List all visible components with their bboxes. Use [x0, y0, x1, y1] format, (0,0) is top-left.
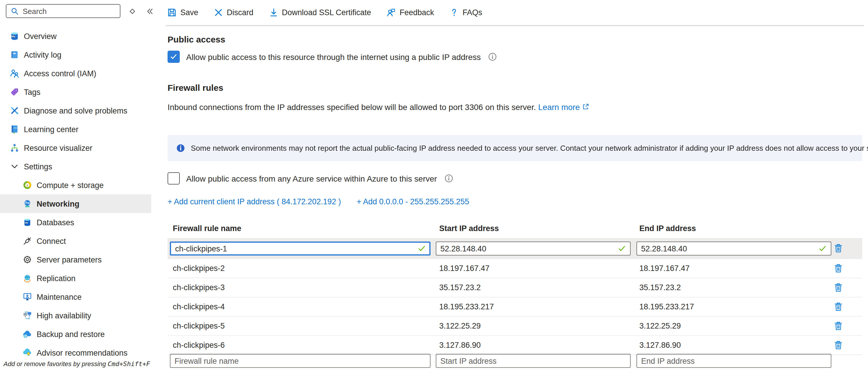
sidebar-item-resource-visualizer[interactable]: Resource visualizer [0, 139, 151, 157]
firewall-table-header: Firewall rule name Start IP address End … [167, 224, 862, 234]
advisor-icon [23, 348, 32, 357]
search-icon [10, 7, 19, 15]
info-banner: Some network environments may not report… [167, 135, 862, 161]
firewall-description: Inbound connections from the IP addresse… [167, 102, 589, 112]
main-content: SaveDiscardDownload SSL CertificateFeedb… [151, 0, 868, 369]
start-ip-input[interactable] [436, 242, 631, 255]
sidebar-item-replication[interactable]: Replication [0, 269, 151, 287]
sidebar-item-label: Replication [37, 274, 75, 283]
rule-name-input[interactable] [170, 242, 431, 255]
rule-end-ip: 3.127.86.90 [639, 341, 681, 349]
discard-icon [214, 8, 223, 17]
compute-storage-icon: $ [23, 180, 32, 190]
public-access-checkbox-row: Allow public access to this resource thr… [167, 51, 497, 63]
feedback-icon [387, 8, 396, 17]
firewall-rule-row: ch-clickpipes-335.157.23.235.157.23.2 [167, 278, 862, 298]
sidebar-item-overview[interactable]: MyOverview [0, 27, 151, 45]
rule-start-ip: 35.157.23.2 [439, 283, 481, 292]
column-header-end-ip: End IP address [639, 224, 696, 233]
delete-rule-icon[interactable] [834, 283, 842, 293]
end-ip-input[interactable] [637, 242, 831, 255]
rule-name: ch-clickpipes-4 [173, 302, 225, 311]
discard-button[interactable]: Discard [214, 8, 254, 17]
public-access-heading: Public access [167, 34, 225, 44]
rule-end-ip: 18.195.233.217 [639, 302, 694, 311]
rule-start-ip: 18.195.233.217 [439, 302, 494, 311]
toolbar-button-label: Feedback [400, 8, 434, 17]
sidebar-item-advisor-recommendations[interactable]: Advisor recommendations [0, 343, 151, 362]
sidebar-item-label: Resource visualizer [24, 144, 93, 152]
sidebar-item-backup-and-restore[interactable]: Backup and restore [0, 325, 151, 343]
add-current-ip-link[interactable]: + Add current client IP address ( 84.172… [167, 197, 341, 206]
sidebar-item-access-control-iam[interactable]: Access control (IAM) [0, 64, 151, 83]
manage-view-button[interactable] [126, 5, 138, 18]
toolbar: SaveDiscardDownload SSL CertificateFeedb… [167, 0, 864, 25]
sidebar-item-settings[interactable]: Settings [0, 157, 151, 176]
sidebar-item-diagnose-and-solve-problems[interactable]: Diagnose and solve problems [0, 101, 151, 120]
sidebar-item-label: Server parameters [37, 255, 102, 264]
sidebar-item-databases[interactable]: DBDatabases [0, 213, 151, 232]
sidebar-item-high-availability[interactable]: High availability [0, 306, 151, 325]
sidebar-item-learning-center[interactable]: 101Learning center [0, 120, 151, 139]
valid-icon [618, 244, 626, 253]
new-start-ip-input[interactable] [436, 354, 631, 368]
sidebar-item-networking[interactable]: Networking [0, 194, 151, 213]
sidebar-item-connect[interactable]: Connect [0, 232, 151, 250]
banner-info-icon [176, 144, 185, 153]
info-icon[interactable] [444, 174, 453, 183]
databases-icon: DB [23, 218, 32, 227]
rule-start-ip: 18.197.167.47 [439, 264, 490, 273]
search-box[interactable] [6, 4, 120, 18]
feedback-button[interactable]: Feedback [387, 8, 434, 17]
sidebar-item-label: Diagnose and solve problems [24, 106, 127, 115]
sidebar-item-tags[interactable]: Tags [0, 83, 151, 101]
svg-text:101: 101 [14, 127, 17, 129]
faqs-button[interactable]: FAQs [450, 8, 482, 17]
sidebar-item-compute-storage[interactable]: $Compute + storage [0, 176, 151, 194]
sidebar-item-server-parameters[interactable]: Server parameters [0, 250, 151, 269]
rule-start-ip: 3.127.86.90 [439, 341, 481, 349]
mysql-overview-icon: My [10, 31, 19, 41]
delete-rule-icon[interactable] [834, 302, 842, 312]
gear-icon [23, 255, 32, 264]
firewall-rule-row: ch-clickpipes-418.195.233.21718.195.233.… [167, 298, 862, 317]
new-end-ip-input[interactable] [637, 354, 831, 368]
activity-log-icon [10, 50, 19, 59]
download-icon [269, 8, 278, 17]
save-button[interactable]: Save [167, 8, 198, 17]
firewall-rules-heading: Firewall rules [167, 83, 223, 93]
public-access-checkbox[interactable] [167, 51, 180, 63]
add-all-ips-link[interactable]: + Add 0.0.0.0 - 255.255.255.255 [356, 197, 469, 206]
sidebar-item-label: Advisor recommendations [37, 348, 127, 357]
sidebar-item-activity-log[interactable]: Activity log [0, 45, 151, 64]
svg-text:My: My [12, 35, 15, 38]
question-icon [450, 8, 459, 17]
rule-start-ip: 3.122.25.29 [439, 321, 481, 330]
replication-globe-icon [23, 274, 32, 283]
add-ip-links-row: + Add current client IP address ( 84.172… [167, 197, 469, 206]
azure-services-checkbox[interactable] [167, 172, 180, 185]
sidebar-item-label: Maintenance [37, 293, 82, 301]
sidebar-item-label: High availability [37, 311, 91, 320]
sidebar-item-maintenance[interactable]: Maintenance [0, 287, 151, 306]
azure-networking-page: MyOverviewActivity logAccess control (IA… [0, 0, 868, 369]
new-rule-name-input[interactable] [170, 354, 431, 368]
delete-rule-icon[interactable] [834, 340, 842, 350]
tag-icon [10, 87, 19, 97]
toolbar-button-label: Discard [227, 8, 254, 17]
delete-rule-icon[interactable] [834, 243, 842, 253]
info-icon[interactable] [488, 52, 497, 61]
sidebar-nav: MyOverviewActivity logAccess control (IA… [0, 27, 151, 362]
valid-icon [418, 244, 426, 253]
learn-more-link[interactable]: Learn more [538, 102, 580, 112]
search-input[interactable] [22, 6, 120, 16]
rule-name: ch-clickpipes-6 [173, 341, 225, 349]
toolbar-button-label: Download SSL Certificate [282, 8, 371, 17]
sidebar-item-label: Compute + storage [37, 181, 103, 189]
delete-rule-icon[interactable] [834, 321, 842, 331]
delete-rule-icon[interactable] [834, 264, 842, 273]
sidebar-item-label: Networking [37, 199, 80, 208]
sidebar-item-label: Tags [24, 88, 40, 96]
download-ssl-certificate-button[interactable]: Download SSL Certificate [269, 8, 371, 17]
rule-name: ch-clickpipes-5 [173, 321, 225, 330]
